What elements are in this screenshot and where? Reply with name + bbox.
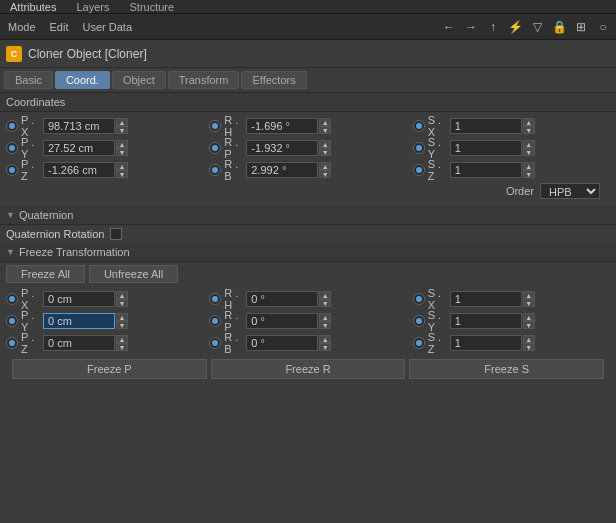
py-down[interactable]: ▼ [116, 148, 128, 156]
frb-up[interactable]: ▲ [319, 335, 331, 343]
px-radio[interactable] [6, 120, 18, 132]
fpz-radio[interactable] [6, 337, 18, 349]
fsy-radio[interactable] [413, 315, 425, 327]
rb-radio[interactable] [209, 164, 221, 176]
px-down[interactable]: ▼ [116, 126, 128, 134]
fsz-radio[interactable] [413, 337, 425, 349]
user-data-menu[interactable]: User Data [79, 19, 137, 35]
back-icon[interactable]: ← [440, 18, 458, 36]
frh-label: R . H [224, 287, 244, 311]
fsx-down[interactable]: ▼ [523, 299, 535, 307]
fsy-up[interactable]: ▲ [523, 313, 535, 321]
fsx-radio[interactable] [413, 293, 425, 305]
freeze-s-button[interactable]: Freeze S [409, 359, 604, 379]
forward-icon[interactable]: → [462, 18, 480, 36]
fpz-up[interactable]: ▲ [116, 335, 128, 343]
top-tab-layers[interactable]: Layers [66, 0, 119, 13]
bolt-icon[interactable]: ⚡ [506, 18, 524, 36]
rh-input[interactable] [246, 118, 318, 134]
px-input[interactable] [43, 118, 115, 134]
sy-radio[interactable] [413, 142, 425, 154]
rb-input[interactable] [246, 162, 318, 178]
frp-radio[interactable] [209, 315, 221, 327]
circle-icon[interactable]: ○ [594, 18, 612, 36]
frb-radio[interactable] [209, 337, 221, 349]
fpx-down[interactable]: ▼ [116, 299, 128, 307]
px-up[interactable]: ▲ [116, 118, 128, 126]
fsz-down[interactable]: ▼ [523, 343, 535, 351]
fsx-up[interactable]: ▲ [523, 291, 535, 299]
fpy-input[interactable] [43, 313, 115, 329]
tab-object[interactable]: Object [112, 71, 166, 89]
py-up[interactable]: ▲ [116, 140, 128, 148]
sz-input[interactable] [450, 162, 522, 178]
lock-icon[interactable]: 🔒 [550, 18, 568, 36]
sy-up[interactable]: ▲ [523, 140, 535, 148]
sy-down[interactable]: ▼ [523, 148, 535, 156]
fsz-up[interactable]: ▲ [523, 335, 535, 343]
freeze-p-button[interactable]: Freeze P [12, 359, 207, 379]
pz-down[interactable]: ▼ [116, 170, 128, 178]
frh-down[interactable]: ▼ [319, 299, 331, 307]
up-icon[interactable]: ↑ [484, 18, 502, 36]
frp-input[interactable] [246, 313, 318, 329]
tab-coord[interactable]: Coord. [55, 71, 110, 89]
grid-icon[interactable]: ⊞ [572, 18, 590, 36]
fsx-input[interactable] [450, 291, 522, 307]
fpy-radio[interactable] [6, 315, 18, 327]
fpx-radio[interactable] [6, 293, 18, 305]
sy-input[interactable] [450, 140, 522, 156]
rh-up[interactable]: ▲ [319, 118, 331, 126]
frp-down[interactable]: ▼ [319, 321, 331, 329]
frb-down[interactable]: ▼ [319, 343, 331, 351]
top-tab-attributes[interactable]: Attributes [0, 0, 66, 13]
rp-radio[interactable] [209, 142, 221, 154]
rp-down[interactable]: ▼ [319, 148, 331, 156]
frb-input[interactable] [246, 335, 318, 351]
rp-input[interactable] [246, 140, 318, 156]
freeze-all-button[interactable]: Freeze All [6, 265, 85, 283]
frh-up[interactable]: ▲ [319, 291, 331, 299]
rp-up[interactable]: ▲ [319, 140, 331, 148]
quaternion-arrow: ▼ [6, 210, 15, 220]
fsy-input[interactable] [450, 313, 522, 329]
pz-up[interactable]: ▲ [116, 162, 128, 170]
order-select[interactable]: HPB PHB PHB [540, 183, 600, 199]
freeze-r-button[interactable]: Freeze R [211, 359, 406, 379]
frh-radio[interactable] [209, 293, 221, 305]
pz-input[interactable] [43, 162, 115, 178]
py-input[interactable] [43, 140, 115, 156]
fpx-input[interactable] [43, 291, 115, 307]
fpy-up[interactable]: ▲ [116, 313, 128, 321]
edit-menu[interactable]: Edit [46, 19, 73, 35]
rh-down[interactable]: ▼ [319, 126, 331, 134]
top-tab-structure[interactable]: Structure [120, 0, 185, 13]
tab-basic[interactable]: Basic [4, 71, 53, 89]
sz-up[interactable]: ▲ [523, 162, 535, 170]
fpx-up[interactable]: ▲ [116, 291, 128, 299]
py-radio[interactable] [6, 142, 18, 154]
sx-input[interactable] [450, 118, 522, 134]
fsy-down[interactable]: ▼ [523, 321, 535, 329]
pz-radio[interactable] [6, 164, 18, 176]
tab-effectors[interactable]: Effectors [241, 71, 306, 89]
fpz-input[interactable] [43, 335, 115, 351]
fpy-down[interactable]: ▼ [116, 321, 128, 329]
sz-radio[interactable] [413, 164, 425, 176]
sx-down[interactable]: ▼ [523, 126, 535, 134]
rb-up[interactable]: ▲ [319, 162, 331, 170]
rh-radio[interactable] [209, 120, 221, 132]
fpz-down[interactable]: ▼ [116, 343, 128, 351]
quaternion-checkbox[interactable] [110, 228, 122, 240]
frh-input[interactable] [246, 291, 318, 307]
sz-down[interactable]: ▼ [523, 170, 535, 178]
tab-transform[interactable]: Transform [168, 71, 240, 89]
sx-up[interactable]: ▲ [523, 118, 535, 126]
rb-down[interactable]: ▼ [319, 170, 331, 178]
filter-icon[interactable]: ▽ [528, 18, 546, 36]
mode-menu[interactable]: Mode [4, 19, 40, 35]
sx-radio[interactable] [413, 120, 425, 132]
frp-up[interactable]: ▲ [319, 313, 331, 321]
fsz-input[interactable] [450, 335, 522, 351]
unfreeze-all-button[interactable]: Unfreeze All [89, 265, 178, 283]
